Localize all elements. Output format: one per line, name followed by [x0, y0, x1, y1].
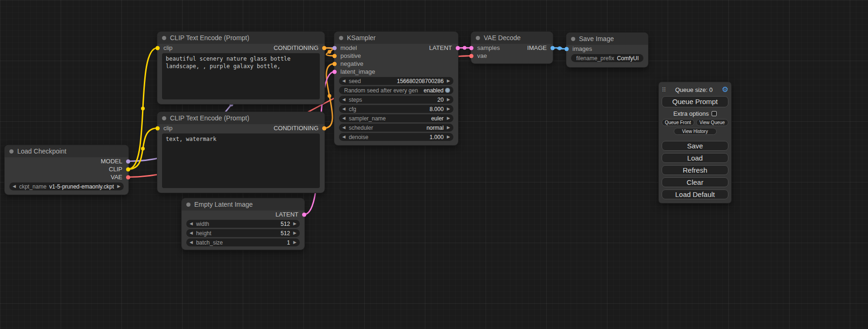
load-default-button[interactable]: Load Default: [662, 189, 728, 199]
decrement-arrow-icon[interactable]: ◀: [190, 231, 193, 235]
node-title-bar[interactable]: Load Checkpoint: [5, 145, 128, 157]
decrement-arrow-icon[interactable]: ◀: [342, 79, 346, 83]
node-save-image[interactable]: Save Image images filename_prefix ComfyU…: [566, 33, 648, 67]
increment-arrow-icon[interactable]: ▶: [447, 79, 450, 83]
queue-front-button[interactable]: Queue Front: [662, 119, 694, 126]
images-input-port[interactable]: [565, 47, 569, 51]
decrement-arrow-icon[interactable]: ◀: [342, 126, 346, 130]
collapse-dot-icon[interactable]: [186, 203, 191, 207]
decrement-arrow-icon[interactable]: ◀: [342, 98, 346, 102]
node-title-bar[interactable]: CLIP Text Encode (Prompt): [157, 112, 325, 124]
increment-arrow-icon[interactable]: ▶: [293, 231, 296, 235]
refresh-button[interactable]: Refresh: [662, 165, 728, 175]
clip-input-port[interactable]: [155, 126, 160, 130]
vae-output-port[interactable]: [126, 175, 130, 179]
collapse-dot-icon[interactable]: [162, 116, 166, 120]
widget-name: sampler_name: [349, 115, 386, 122]
increment-arrow-icon[interactable]: ▶: [447, 98, 450, 102]
widget-name: denoise: [349, 134, 368, 140]
conditioning-output-port[interactable]: [322, 126, 326, 130]
node-title-bar[interactable]: CLIP Text Encode (Prompt): [157, 32, 325, 44]
model-output-port[interactable]: [126, 159, 130, 163]
random-seed-toggle-widget[interactable]: Random seed after every gen enabled: [339, 86, 453, 94]
seed-widget[interactable]: ◀ seed 156680208700286 ▶: [339, 77, 453, 85]
collapse-dot-icon[interactable]: [162, 36, 166, 40]
decrement-arrow-icon[interactable]: ◀: [13, 184, 16, 189]
output-label-latent: LATENT: [275, 211, 298, 218]
negative-input-port[interactable]: [332, 62, 337, 66]
widget-name: seed: [349, 78, 361, 84]
image-output-port[interactable]: [550, 46, 555, 50]
widget-value: 20: [438, 97, 444, 103]
clip-output-port[interactable]: [126, 167, 130, 171]
decrement-arrow-icon[interactable]: ◀: [342, 107, 346, 111]
prompt-textarea[interactable]: text, watermark: [162, 133, 320, 188]
random-seed-toggle-dot[interactable]: [445, 88, 450, 93]
node-title-bar[interactable]: Empty Latent Image: [182, 198, 304, 210]
node-title-bar[interactable]: Save Image: [566, 33, 648, 45]
filename-prefix-widget[interactable]: filename_prefix ComfyUI: [571, 54, 643, 62]
ckpt-name-widget[interactable]: ◀ ckpt_name v1-5-pruned-emaonly.ckpt ▶: [9, 182, 124, 190]
height-widget[interactable]: ◀ height 512 ▶: [186, 229, 300, 237]
load-button[interactable]: Load: [662, 153, 728, 163]
decrement-arrow-icon[interactable]: ◀: [342, 116, 346, 120]
node-ksampler[interactable]: KSampler model LATENT positive negative …: [334, 32, 458, 145]
queue-prompt-button[interactable]: Queue Prompt: [662, 96, 728, 107]
steps-widget[interactable]: ◀ steps 20 ▶: [339, 96, 453, 104]
view-queue-button[interactable]: View Queue: [696, 119, 729, 126]
batch-size-widget[interactable]: ◀ batch_size 1 ▶: [186, 238, 300, 246]
collapse-dot-icon[interactable]: [571, 37, 575, 41]
prompt-textarea[interactable]: beautiful scenery nature glass bottle la…: [162, 53, 320, 99]
latent-output-port[interactable]: [456, 46, 460, 50]
collapse-dot-icon[interactable]: [339, 36, 343, 40]
node-load-checkpoint[interactable]: Load Checkpoint MODEL CLIP VAE ◀ ckpt_na…: [5, 145, 128, 195]
denoise-widget[interactable]: ◀ denoise 1.000 ▶: [339, 133, 453, 141]
save-button[interactable]: Save: [662, 141, 728, 151]
port-row: CLIP: [5, 165, 128, 173]
samples-input-port[interactable]: [469, 46, 473, 50]
increment-arrow-icon[interactable]: ▶: [293, 222, 296, 226]
increment-arrow-icon[interactable]: ▶: [447, 135, 450, 139]
model-input-port[interactable]: [332, 46, 337, 50]
node-title-bar[interactable]: KSampler: [334, 32, 458, 44]
latent-output-port[interactable]: [302, 212, 306, 217]
decrement-arrow-icon[interactable]: ◀: [342, 135, 346, 139]
collapse-dot-icon[interactable]: [9, 149, 14, 154]
output-label-vae: VAE: [111, 174, 122, 181]
decrement-arrow-icon[interactable]: ◀: [190, 240, 193, 245]
vae-input-port[interactable]: [469, 54, 473, 58]
input-label-negative: negative: [340, 60, 363, 67]
increment-arrow-icon[interactable]: ▶: [293, 240, 296, 245]
clip-input-port[interactable]: [155, 46, 160, 50]
widget-value: ComfyUI: [617, 55, 639, 62]
node-title: Load Checkpoint: [17, 147, 66, 155]
scheduler-widget[interactable]: ◀ scheduler normal ▶: [339, 124, 453, 132]
node-graph-canvas[interactable]: Load Checkpoint MODEL CLIP VAE ◀ ckpt_na…: [0, 0, 868, 329]
widget-name: Random seed after every gen: [344, 87, 418, 94]
widget-value: enabled: [423, 87, 444, 94]
cfg-widget[interactable]: ◀ cfg 8.000 ▶: [339, 105, 453, 113]
node-clip-text-encode-negative[interactable]: CLIP Text Encode (Prompt) clip CONDITION…: [157, 112, 325, 193]
view-history-button[interactable]: View History: [674, 128, 717, 135]
collapse-dot-icon[interactable]: [476, 36, 480, 40]
node-title-bar[interactable]: VAE Decode: [471, 32, 553, 44]
extra-options-row: Extra options: [662, 110, 728, 117]
node-empty-latent-image[interactable]: Empty Latent Image LATENT ◀ width 512 ▶ …: [182, 198, 304, 250]
width-widget[interactable]: ◀ width 512 ▶: [186, 220, 300, 228]
node-vae-decode[interactable]: VAE Decode samples IMAGE vae: [471, 32, 553, 63]
node-clip-text-encode-positive[interactable]: CLIP Text Encode (Prompt) clip CONDITION…: [157, 32, 325, 104]
drag-handle-icon[interactable]: ⠿: [662, 86, 666, 93]
clear-button[interactable]: Clear: [662, 177, 728, 187]
increment-arrow-icon[interactable]: ▶: [447, 107, 450, 111]
settings-gear-icon[interactable]: ⚙: [722, 86, 728, 93]
increment-arrow-icon[interactable]: ▶: [117, 184, 120, 189]
decrement-arrow-icon[interactable]: ◀: [190, 222, 193, 226]
latent-image-input-port[interactable]: [332, 70, 337, 74]
extra-options-checkbox[interactable]: [712, 111, 717, 116]
sampler-name-widget[interactable]: ◀ sampler_name euler ▶: [339, 114, 453, 122]
increment-arrow-icon[interactable]: ▶: [447, 126, 450, 130]
increment-arrow-icon[interactable]: ▶: [447, 116, 450, 120]
conditioning-output-port[interactable]: [322, 46, 326, 50]
positive-input-port[interactable]: [332, 54, 337, 58]
output-label-conditioning: CONDITIONING: [274, 44, 318, 51]
